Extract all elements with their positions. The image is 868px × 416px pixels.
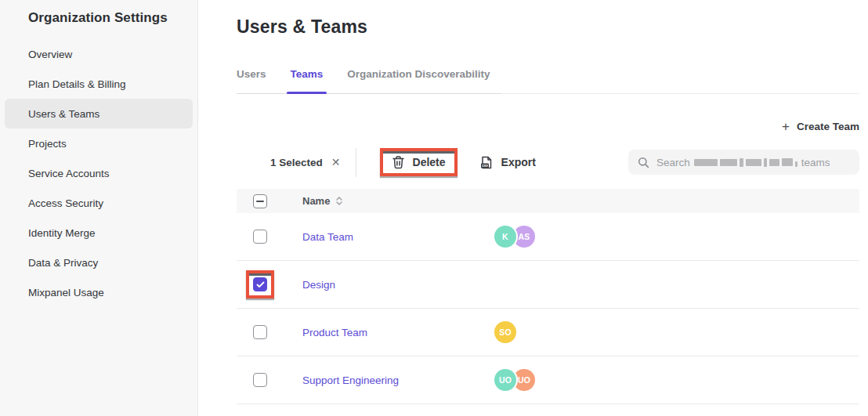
sidebar-item-identity-merge[interactable]: Identity Merge xyxy=(5,218,193,248)
trash-icon xyxy=(392,155,405,169)
plus-icon: + xyxy=(782,120,790,133)
sidebar-item-access-security[interactable]: Access Security xyxy=(5,188,193,218)
search-input[interactable]: Search teams xyxy=(628,150,859,175)
create-team-label: Create Team xyxy=(797,121,859,132)
delete-button-highlight-annotation: Delete xyxy=(380,148,458,176)
team-name-link[interactable]: Data Team xyxy=(302,231,353,243)
avatar: UO xyxy=(494,369,516,391)
sidebar-item-service-accounts[interactable]: Service Accounts xyxy=(5,158,193,188)
tab-users[interactable]: Users xyxy=(237,63,266,93)
sidebar-nav: Overview Plan Details & Billing Users & … xyxy=(0,39,197,307)
search-placeholder: Search teams xyxy=(656,157,830,168)
tab-teams[interactable]: Teams xyxy=(291,63,324,93)
clear-selection-icon[interactable]: ✕ xyxy=(330,154,342,170)
row-checkbox[interactable] xyxy=(253,325,267,339)
row-checkbox[interactable] xyxy=(253,373,267,387)
sidebar-item-overview[interactable]: Overview xyxy=(5,39,193,69)
row-checkbox[interactable] xyxy=(253,230,267,244)
team-name-link[interactable]: Product Team xyxy=(302,327,367,338)
page-title: Users & Teams xyxy=(237,16,859,38)
selection-summary: 1 Selected ✕ xyxy=(270,154,342,170)
sidebar-title: Organization Settings xyxy=(0,0,197,26)
table-row-product-team: Product Team SO xyxy=(237,309,859,356)
main-content: Users & Teams Users Teams Organization D… xyxy=(198,0,868,416)
member-avatars: UO UO xyxy=(494,369,535,391)
svg-text:csv: csv xyxy=(482,164,488,168)
team-name-link[interactable]: Support Engineering xyxy=(302,374,399,386)
avatar: SO xyxy=(494,321,516,343)
create-team-button[interactable]: + Create Team xyxy=(782,120,859,133)
redacted-org-name xyxy=(694,158,797,167)
sidebar-item-plan-details-billing[interactable]: Plan Details & Billing xyxy=(5,69,193,99)
table-row-support-engineering: Support Engineering UO UO xyxy=(237,356,859,404)
sidebar-item-data-privacy[interactable]: Data & Privacy xyxy=(5,248,193,277)
sidebar-item-mixpanel-usage[interactable]: Mixpanel Usage xyxy=(5,277,193,307)
toolbar-divider xyxy=(356,148,356,177)
teams-table: Name Data Team K AS xyxy=(237,189,859,404)
avatar: K xyxy=(494,226,516,248)
avatar: AS xyxy=(513,226,535,248)
selected-count: 1 Selected xyxy=(270,157,323,168)
sidebar: Organization Settings Overview Plan Deta… xyxy=(0,0,198,416)
column-header-name: Name xyxy=(302,195,330,207)
tab-organization-discoverability[interactable]: Organization Discoverability xyxy=(347,63,490,93)
sort-icon[interactable] xyxy=(336,197,342,205)
select-all-checkbox[interactable] xyxy=(253,194,267,208)
checkbox-highlight-annotation xyxy=(246,270,274,298)
sidebar-item-projects[interactable]: Projects xyxy=(5,128,193,158)
team-name-link[interactable]: Design xyxy=(302,279,335,291)
member-avatars: SO xyxy=(494,321,516,343)
export-button[interactable]: csv Export xyxy=(479,155,536,170)
delete-button-label: Delete xyxy=(413,156,446,168)
member-avatars: K AS xyxy=(494,226,535,248)
avatar: UO xyxy=(513,369,535,391)
sidebar-item-users-teams[interactable]: Users & Teams xyxy=(5,99,193,128)
row-checkbox-checked[interactable] xyxy=(253,277,267,291)
org-settings-page: Organization Settings Overview Plan Deta… xyxy=(0,0,868,416)
search-icon xyxy=(638,157,649,168)
delete-button[interactable]: Delete xyxy=(392,155,446,169)
table-row-data-team: Data Team K AS xyxy=(237,213,859,261)
export-button-label: Export xyxy=(501,156,536,168)
create-team-row: + Create Team xyxy=(237,120,859,133)
table-row-design: Design xyxy=(237,261,859,309)
tab-bar: Users Teams Organization Discoverability xyxy=(237,63,859,94)
table-header-row: Name xyxy=(237,189,859,213)
bulk-actions-toolbar: 1 Selected ✕ Delete xyxy=(237,144,859,180)
csv-file-icon: csv xyxy=(479,155,494,170)
